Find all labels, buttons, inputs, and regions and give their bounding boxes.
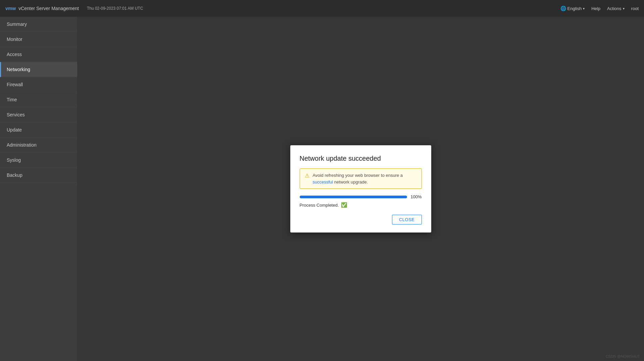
navbar-datetime: Thu 02-09-2023 07:01 AM UTC	[87, 6, 143, 11]
process-completed-label: Process Completed.	[300, 203, 339, 208]
progress-container: 100%	[300, 194, 422, 199]
english-label: English	[567, 6, 582, 11]
actions-label: Actions	[607, 6, 622, 11]
navbar-root[interactable]: root	[631, 6, 639, 11]
sidebar-item-backup[interactable]: Backup	[0, 168, 77, 183]
network-update-dialog: Network update succeeded ⚠ Avoid refresh…	[290, 145, 431, 233]
sidebar-item-networking[interactable]: Networking	[0, 62, 77, 77]
help-label: Help	[591, 6, 600, 11]
navbar-english[interactable]: 🌐 English ▾	[560, 6, 585, 11]
sidebar: Summary Monitor Access Networking Firewa…	[0, 17, 77, 361]
main-content: Network update succeeded ⚠ Avoid refresh…	[77, 17, 644, 361]
sidebar-item-monitor[interactable]: Monitor	[0, 32, 77, 47]
navbar-title: vCenter Server Management	[18, 6, 79, 11]
progress-bar-background	[300, 196, 407, 198]
root-label: root	[631, 6, 639, 11]
navbar-help[interactable]: Help	[591, 6, 600, 11]
dialog-title: Network update succeeded	[300, 155, 422, 162]
sidebar-item-time[interactable]: Time	[0, 92, 77, 107]
navbar: vmw vCenter Server Management Thu 02-09-…	[0, 0, 644, 17]
dialog-footer: CLOSE	[300, 215, 422, 224]
progress-percent: 100%	[410, 194, 422, 199]
sidebar-item-administration[interactable]: Administration	[0, 138, 77, 153]
actions-chevron-icon: ▾	[623, 7, 625, 10]
process-completed: Process Completed. ✅	[300, 202, 422, 208]
sidebar-item-firewall[interactable]: Firewall	[0, 77, 77, 92]
globe-icon: 🌐	[560, 6, 566, 11]
check-circle-icon: ✅	[341, 202, 347, 208]
warning-highlight: successful	[313, 179, 333, 185]
sidebar-item-summary[interactable]: Summary	[0, 17, 77, 32]
progress-bar-fill	[300, 196, 407, 198]
close-button[interactable]: CLOSE	[392, 215, 422, 224]
sidebar-item-update[interactable]: Update	[0, 122, 77, 138]
warning-box: ⚠ Avoid refreshing your web browser to e…	[300, 168, 422, 189]
warning-text: Avoid refreshing your web browser to ens…	[313, 172, 417, 185]
modal-overlay: Network update succeeded ⚠ Avoid refresh…	[77, 17, 644, 361]
chevron-down-icon: ▾	[583, 7, 585, 10]
navbar-right: 🌐 English ▾ Help Actions ▾ root	[560, 6, 639, 11]
progress-row: 100%	[300, 194, 422, 199]
navbar-logo: vmw	[5, 6, 16, 11]
sidebar-item-access[interactable]: Access	[0, 47, 77, 62]
navbar-brand: vmw vCenter Server Management	[5, 6, 79, 11]
sidebar-item-services[interactable]: Services	[0, 107, 77, 122]
sidebar-item-syslog[interactable]: Syslog	[0, 153, 77, 168]
warning-icon: ⚠	[305, 172, 309, 179]
navbar-actions[interactable]: Actions ▾	[607, 6, 625, 11]
